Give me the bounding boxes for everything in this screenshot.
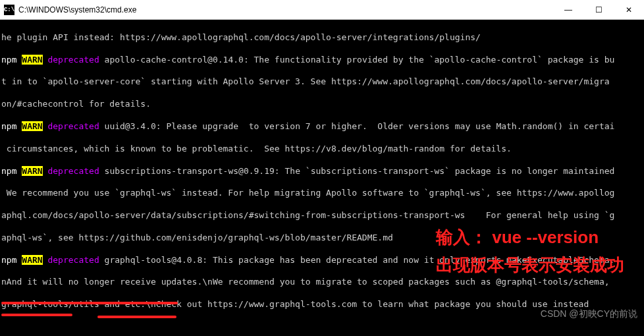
underline-annotation xyxy=(1,302,178,304)
deprecated-label: deprecated xyxy=(47,121,99,131)
watermark-text: CSDN @初映CY的前说 xyxy=(541,308,637,320)
output-line: t in to `apollo-server-core` starting wi… xyxy=(0,76,644,88)
warn-badge: WARN xyxy=(22,121,42,131)
output-line xyxy=(0,322,644,333)
window-controls: — ☐ ✕ xyxy=(553,0,644,20)
underline-annotation xyxy=(1,314,72,316)
npm-label: npm xyxy=(1,121,16,131)
maximize-button[interactable]: ☐ xyxy=(583,0,614,20)
deprecated-label: deprecated xyxy=(47,166,99,176)
output-line: circumstances, which is known to be prob… xyxy=(0,144,644,155)
annotation-overlay: 输入： vue --version 出现版本号表示安装成功 xyxy=(436,224,624,279)
titlebar-left: C:\ C:\WINDOWS\system32\cmd.exe xyxy=(0,5,136,15)
output-line: aphql.com/docs/apollo-server/data/subscr… xyxy=(0,210,644,221)
output-line: npm WARN deprecated uuid@3.4.0: Please u… xyxy=(0,121,644,132)
close-button[interactable]: ✕ xyxy=(614,0,644,20)
window-title: C:\WINDOWS\system32\cmd.exe xyxy=(18,5,136,14)
terminal-output[interactable]: he plugin API instead: https://www.apoll… xyxy=(0,20,644,336)
warn-badge: WARN xyxy=(22,55,42,65)
output-text: uuid@3.4.0: Please upgrade to version 7 … xyxy=(99,121,615,131)
output-text: apollo-cache-control@0.14.0: The functio… xyxy=(99,55,615,65)
npm-label: npm xyxy=(1,255,16,265)
deprecated-label: deprecated xyxy=(47,255,99,265)
output-line: npm WARN deprecated apollo-cache-control… xyxy=(0,55,644,66)
window-titlebar: C:\ C:\WINDOWS\system32\cmd.exe — ☐ ✕ xyxy=(0,0,644,20)
output-line: We recommend you use `graphql-ws` instea… xyxy=(0,188,644,199)
output-line: on/#cachecontrol for details. xyxy=(0,99,644,110)
cmd-icon: C:\ xyxy=(4,5,14,15)
warn-badge: WARN xyxy=(22,255,42,265)
warn-badge: WARN xyxy=(22,166,42,176)
annotation-line-1: 输入： vue --version xyxy=(436,224,624,252)
output-line: he plugin API instead: https://www.apoll… xyxy=(0,32,644,43)
npm-label: npm xyxy=(1,166,16,176)
output-text: subscriptions-transport-ws@0.9.19: The `… xyxy=(99,166,615,176)
minimize-button[interactable]: — xyxy=(553,0,583,20)
output-line: npm WARN deprecated subscriptions-transp… xyxy=(0,166,644,177)
npm-label: npm xyxy=(1,55,16,65)
deprecated-label: deprecated xyxy=(47,55,99,65)
underline-annotation xyxy=(97,316,176,318)
annotation-line-2: 出现版本号表示安装成功 xyxy=(436,252,624,279)
